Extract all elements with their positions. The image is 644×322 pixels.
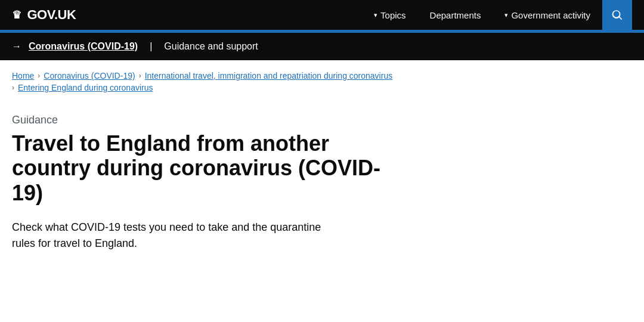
breadcrumb-row2: › Entering England during coronavirus	[12, 83, 632, 92]
breadcrumb-chevron-icon: ›	[12, 83, 14, 92]
covid-banner-link[interactable]: Coronavirus (COVID-19)	[29, 41, 138, 52]
departments-nav-link[interactable]: Departments	[418, 0, 493, 30]
content-category: Guidance	[12, 114, 405, 126]
breadcrumb-level2[interactable]: International travel, immigration and re…	[145, 71, 393, 80]
breadcrumb-sep1: ›	[38, 72, 40, 80]
crown-icon: ♛	[12, 8, 21, 21]
main-content: Guidance Travel to England from another …	[0, 95, 417, 270]
gov-activity-chevron-icon: ▾	[504, 11, 508, 19]
breadcrumb-home[interactable]: Home	[12, 71, 34, 80]
banner-arrow-icon: →	[12, 41, 21, 52]
search-icon	[611, 8, 624, 21]
breadcrumb-sep2: ›	[139, 72, 141, 80]
page-title: Travel to England from another country d…	[12, 131, 405, 205]
covid-banner-text: Guidance and support	[164, 41, 258, 52]
site-logo[interactable]: ♛ GOV.UK	[12, 7, 362, 23]
breadcrumb-row1: Home › Coronavirus (COVID-19) › Internat…	[12, 71, 632, 80]
topics-chevron-icon: ▾	[374, 11, 377, 19]
page-description: Check what COVID-19 tests you need to ta…	[12, 219, 334, 252]
breadcrumb-level3[interactable]: Entering England during coronavirus	[18, 83, 153, 92]
breadcrumb: Home › Coronavirus (COVID-19) › Internat…	[0, 60, 644, 95]
nav-links: ▾ Topics Departments ▾ Government activi…	[362, 0, 632, 30]
gov-activity-nav-link[interactable]: ▾ Government activity	[493, 0, 602, 30]
site-title: GOV.UK	[27, 7, 76, 23]
covid-banner-separator: |	[150, 41, 152, 52]
topics-nav-link[interactable]: ▾ Topics	[362, 0, 418, 30]
navbar: ♛ GOV.UK ▾ Topics Departments ▾ Governme…	[0, 0, 644, 30]
search-button[interactable]	[602, 0, 632, 30]
covid-banner: → Coronavirus (COVID-19) | Guidance and …	[0, 33, 644, 60]
breadcrumb-level1[interactable]: Coronavirus (COVID-19)	[44, 71, 135, 80]
